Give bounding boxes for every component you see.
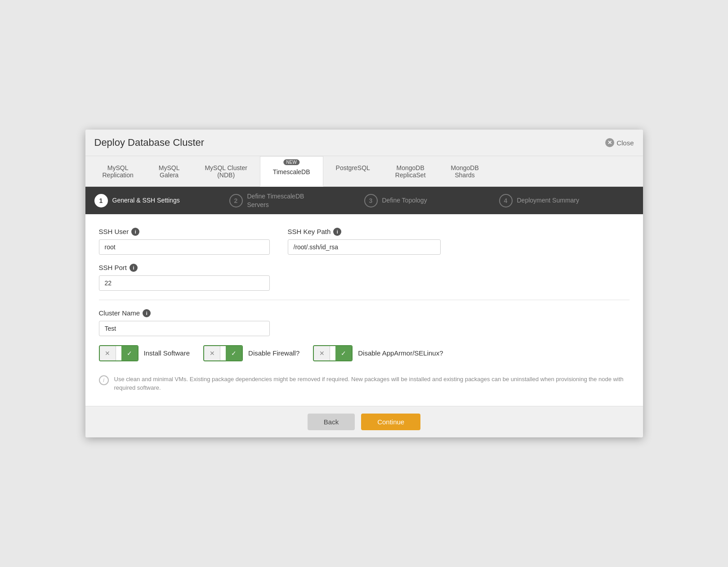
- modal-footer: Back Continue: [85, 406, 643, 437]
- ssh-port-label: SSH Port i: [99, 264, 270, 272]
- section-divider: [99, 300, 630, 300]
- step-1-label: General & SSH Settings: [112, 196, 180, 204]
- tab-mongodb-replicaset[interactable]: MongoDBReplicaSet: [383, 156, 438, 186]
- ssh-key-path-group: SSH Key Path i: [288, 228, 459, 255]
- toggles-row: ✕ ✓ Install Software ✕ ✓ Disable Firewal…: [99, 345, 630, 361]
- install-software-item: ✕ ✓ Install Software: [99, 345, 190, 361]
- modal-header: Deploy Database Cluster ✕ Close: [85, 130, 643, 156]
- cluster-name-info-icon[interactable]: i: [143, 309, 151, 317]
- ssh-key-path-label: SSH Key Path i: [288, 228, 459, 236]
- close-icon: ✕: [605, 138, 614, 147]
- disable-apparmor-toggle: ✕ ✓: [313, 345, 353, 361]
- info-note: i Use clean and minimal VMs. Existing pa…: [99, 370, 630, 397]
- disable-apparmor-check[interactable]: ✓: [335, 346, 352, 360]
- step-3-label: Define Topology: [382, 196, 427, 204]
- disable-firewall-item: ✕ ✓ Disable Firewall?: [203, 345, 299, 361]
- cluster-name-label: Cluster Name i: [99, 309, 270, 317]
- info-note-text: Use clean and minimal VMs. Existing pack…: [114, 375, 630, 392]
- info-note-icon: i: [99, 375, 109, 385]
- tab-mysql-cluster-ndb[interactable]: MySQL Cluster(NDB): [192, 156, 259, 186]
- ssh-key-path-input[interactable]: [288, 239, 441, 255]
- ssh-user-label: SSH User i: [99, 228, 270, 236]
- ssh-port-row: SSH Port i: [99, 264, 630, 291]
- step-3-number: 3: [364, 194, 378, 207]
- new-badge: NEW: [284, 159, 299, 165]
- tab-timescaledb[interactable]: NEW TimescaleDB: [260, 156, 323, 187]
- modal-title: Deploy Database Cluster: [94, 137, 205, 148]
- step-1-number: 1: [94, 194, 108, 207]
- tab-postgresql[interactable]: PostgreSQL: [323, 156, 383, 186]
- ssh-port-group: SSH Port i: [99, 264, 270, 291]
- continue-button[interactable]: Continue: [361, 414, 420, 430]
- cluster-name-group: Cluster Name i: [99, 309, 270, 336]
- step-2[interactable]: 2 Define TimescaleDBServers: [229, 187, 364, 214]
- install-software-label: Install Software: [144, 349, 190, 357]
- install-software-uncheck[interactable]: ✕: [100, 346, 116, 360]
- step-4[interactable]: 4 Deployment Summary: [499, 189, 634, 213]
- disable-firewall-uncheck[interactable]: ✕: [204, 346, 220, 360]
- tab-mongodb-shards[interactable]: MongoDBShards: [438, 156, 491, 186]
- disable-apparmor-uncheck[interactable]: ✕: [314, 346, 330, 360]
- step-4-number: 4: [499, 194, 513, 207]
- disable-apparmor-item: ✕ ✓ Disable AppArmor/SELinux?: [313, 345, 443, 361]
- disable-firewall-toggle: ✕ ✓: [203, 345, 243, 361]
- install-software-check[interactable]: ✓: [121, 346, 138, 360]
- cluster-name-row: Cluster Name i: [99, 309, 630, 336]
- close-label: Close: [616, 139, 634, 147]
- form-content: SSH User i SSH Key Path i SSH Port i: [85, 214, 643, 406]
- step-3[interactable]: 3 Define Topology: [364, 189, 499, 213]
- step-2-number: 2: [229, 194, 243, 207]
- cluster-name-input[interactable]: [99, 321, 270, 336]
- step-1[interactable]: 1 General & SSH Settings: [94, 189, 229, 213]
- tab-mysql-replication[interactable]: MySQLReplication: [90, 156, 146, 186]
- step-4-label: Deployment Summary: [517, 196, 580, 204]
- install-software-toggle: ✕ ✓: [99, 345, 138, 361]
- deploy-database-modal: Deploy Database Cluster ✕ Close MySQLRep…: [85, 130, 643, 437]
- ssh-user-input[interactable]: [99, 239, 270, 255]
- disable-apparmor-label: Disable AppArmor/SELinux?: [358, 349, 443, 357]
- ssh-row-1: SSH User i SSH Key Path i: [99, 228, 630, 255]
- back-button[interactable]: Back: [308, 414, 355, 430]
- close-button[interactable]: ✕ Close: [605, 138, 634, 147]
- steps-bar: 1 General & SSH Settings 2 Define Timesc…: [85, 187, 643, 214]
- disable-firewall-label: Disable Firewall?: [248, 349, 299, 357]
- disable-firewall-check[interactable]: ✓: [226, 346, 242, 360]
- tab-mysql-galera[interactable]: MySQLGalera: [146, 156, 192, 186]
- tabs-bar: MySQLReplication MySQLGalera MySQL Clust…: [85, 156, 643, 187]
- ssh-user-info-icon[interactable]: i: [131, 228, 139, 236]
- step-2-label: Define TimescaleDBServers: [247, 192, 304, 208]
- ssh-key-path-info-icon[interactable]: i: [333, 228, 341, 236]
- ssh-user-group: SSH User i: [99, 228, 270, 255]
- ssh-port-info-icon[interactable]: i: [130, 264, 138, 272]
- ssh-port-input[interactable]: [99, 275, 270, 291]
